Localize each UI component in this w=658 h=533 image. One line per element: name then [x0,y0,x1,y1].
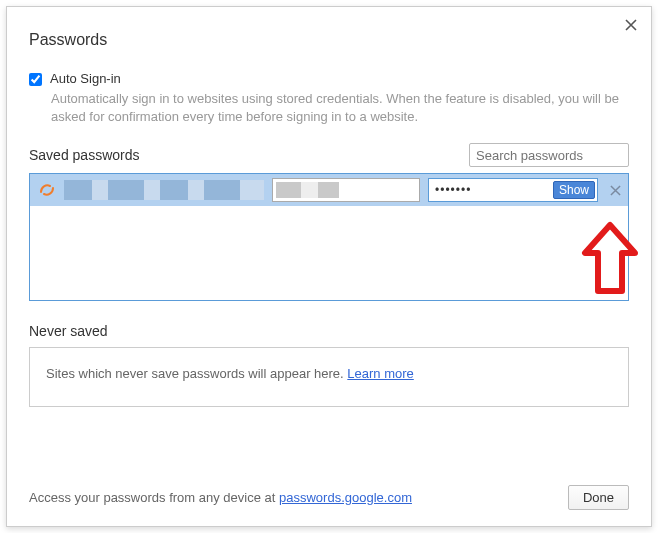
site-cell [64,180,264,200]
auto-signin-description: Automatically sign in to websites using … [51,90,629,125]
footer-text: Access your passwords from any device at… [29,490,412,505]
username-cell[interactable] [272,178,420,202]
never-saved-title: Never saved [29,323,629,339]
show-button[interactable]: Show [553,181,595,199]
page-title: Passwords [29,31,629,49]
close-icon[interactable] [621,15,641,35]
username-blur [276,182,416,198]
footer: Access your passwords from any device at… [29,485,629,510]
done-button[interactable]: Done [568,485,629,510]
annotation-arrow-icon [575,219,645,304]
footer-prefix: Access your passwords from any device at [29,490,279,505]
passwords-link[interactable]: passwords.google.com [279,490,412,505]
password-row[interactable]: ••••••• Show [30,174,628,206]
search-input[interactable] [469,143,629,167]
auto-signin-checkbox[interactable] [29,73,42,86]
never-saved-text: Sites which never save passwords will ap… [46,366,347,381]
auto-signin-label: Auto Sign-in [50,71,121,86]
site-favicon-icon [38,181,56,199]
password-cell[interactable]: ••••••• Show [428,178,598,202]
saved-title: Saved passwords [29,147,140,163]
remove-row-icon[interactable] [606,181,624,199]
never-saved-box: Sites which never save passwords will ap… [29,347,629,407]
auto-signin-row: Auto Sign-in [29,71,629,86]
passwords-dialog: Passwords Auto Sign-in Automatically sig… [6,6,652,527]
password-mask: ••••••• [435,183,471,197]
saved-passwords-list: ••••••• Show [29,173,629,301]
learn-more-link[interactable]: Learn more [347,366,413,381]
saved-header: Saved passwords [29,143,629,167]
